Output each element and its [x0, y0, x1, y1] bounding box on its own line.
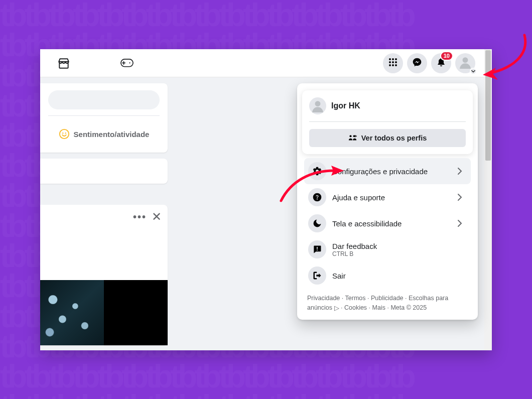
chevron-right-icon — [453, 219, 467, 227]
divider — [309, 121, 466, 122]
composer-input[interactable] — [48, 90, 160, 109]
profile-link[interactable]: Igor HK — [309, 97, 466, 114]
svg-point-13 — [62, 132, 63, 134]
feedback-icon — [308, 240, 326, 258]
dropdown-footer: Privacidade · Termos · Publicidade · Esc… — [302, 291, 473, 314]
menu-item-shortcut: CTRL B — [332, 250, 467, 257]
grid-icon — [388, 57, 398, 69]
menu-item-logout[interactable]: Sair — [304, 262, 471, 289]
menu-item-label: Sair — [332, 272, 467, 280]
svg-point-4 — [395, 58, 397, 60]
footer-link-more[interactable]: Mais — [372, 304, 385, 311]
svg-point-2 — [389, 58, 391, 60]
svg-point-12 — [59, 129, 68, 139]
chevron-right-icon — [453, 193, 467, 201]
footer-link-ads[interactable]: Publicidade — [371, 295, 404, 302]
feeling-activity-button[interactable]: Sentimento/atividade — [40, 115, 168, 153]
menu-item-display-accessibility[interactable]: Tela e acessibilidade — [304, 210, 471, 236]
messenger-icon — [412, 57, 422, 69]
moon-icon — [308, 214, 326, 232]
app-window: ▲ — [40, 49, 492, 350]
composer-card: Sentimento/atividade — [40, 83, 168, 153]
account-menu-button[interactable] — [455, 53, 475, 73]
see-all-profiles-button[interactable]: Ver todos os perfis — [309, 129, 466, 147]
svg-point-1 — [129, 62, 130, 63]
svg-point-10 — [395, 64, 397, 66]
account-dropdown: Igor HK Ver todos os perfis Configuraçõe… — [297, 83, 478, 320]
footer-link-cookies[interactable]: Cookies — [344, 304, 367, 311]
marketplace-icon[interactable] — [57, 57, 70, 70]
svg-point-7 — [395, 61, 397, 63]
menu-item-feedback[interactable]: Dar feedback CTRL B — [304, 236, 471, 262]
svg-point-9 — [392, 64, 394, 66]
notification-badge: 10 — [440, 51, 453, 61]
scrollbar-thumb[interactable] — [485, 50, 491, 161]
menu-item-settings-privacy[interactable]: Configurações e privacidade — [304, 158, 471, 184]
scrollbar[interactable]: ▲ — [484, 49, 492, 350]
feeling-activity-label: Sentimento/atividade — [74, 130, 150, 139]
svg-point-17 — [353, 135, 355, 137]
notifications-button[interactable]: 10 — [431, 53, 451, 73]
post-close-button[interactable]: ✕ — [152, 210, 162, 224]
gaming-icon[interactable] — [120, 57, 134, 70]
avatar-icon — [309, 97, 326, 114]
svg-point-11 — [463, 57, 468, 63]
people-switch-icon — [348, 134, 357, 143]
adchoices-icon: ▷ — [334, 304, 339, 313]
footer-link-privacy[interactable]: Privacidade — [307, 295, 340, 302]
svg-point-5 — [389, 61, 391, 63]
svg-point-8 — [389, 64, 391, 66]
svg-point-16 — [349, 135, 351, 137]
menu-item-label: Tela e acessibilidade — [332, 219, 447, 228]
menu-item-label: Configurações e privacidade — [332, 167, 447, 176]
post-media[interactable] — [40, 280, 168, 345]
svg-point-6 — [392, 61, 394, 63]
chevron-right-icon — [453, 167, 467, 175]
svg-point-3 — [392, 58, 394, 60]
menu-item-help-support[interactable]: Ajuda e suporte — [304, 184, 471, 210]
svg-rect-20 — [317, 249, 318, 250]
messenger-button[interactable] — [407, 53, 427, 73]
video-thumb-2[interactable] — [104, 280, 168, 345]
see-all-profiles-label: Ver todos os perfis — [361, 134, 427, 142]
logout-icon — [308, 267, 326, 285]
gear-icon — [308, 162, 326, 180]
profile-name: Igor HK — [331, 101, 360, 110]
profile-card: Igor HK Ver todos os perfis — [302, 90, 473, 154]
video-thumb-1[interactable] — [40, 280, 104, 345]
feed-post: ••• ✕ — [40, 205, 168, 345]
post-options-button[interactable]: ••• — [133, 211, 147, 223]
stories-card — [40, 159, 168, 184]
footer-link-terms[interactable]: Termos — [345, 295, 366, 302]
top-navbar: 10 — [40, 49, 484, 77]
menu-item-label: Ajuda e suporte — [332, 193, 447, 202]
avatar-icon — [459, 56, 472, 71]
help-icon — [308, 188, 326, 206]
account-menu: Configurações e privacidade Ajuda e supo… — [302, 154, 473, 291]
chevron-down-icon — [470, 68, 477, 75]
svg-rect-19 — [317, 247, 318, 249]
menu-item-label: Dar feedback — [332, 242, 467, 250]
smiley-icon — [59, 128, 70, 140]
svg-point-15 — [315, 101, 321, 106]
svg-point-14 — [65, 132, 66, 134]
footer-meta: Meta © 2025 — [390, 304, 427, 311]
menu-grid-button[interactable] — [383, 53, 403, 73]
